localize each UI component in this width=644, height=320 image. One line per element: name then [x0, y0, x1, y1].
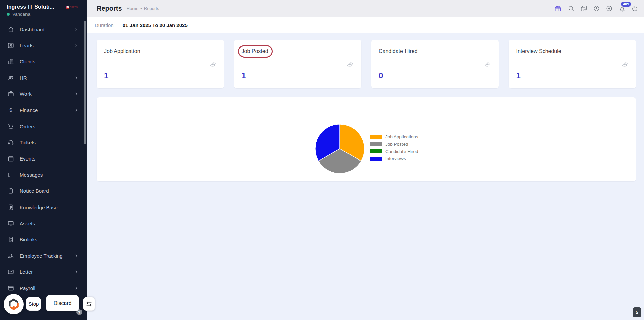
sidebar-item-letter[interactable]: Letter — [0, 264, 87, 280]
breadcrumb: Home • Reports — [127, 6, 159, 11]
stat-card-candidate-hired: Candidate Hired 0 — [371, 40, 499, 88]
users-icon — [7, 74, 14, 81]
page-title: Reports — [97, 5, 122, 12]
logo-text: GRESS — [69, 6, 78, 8]
stat-card-interview-schedule: Interview Schedule 1 — [509, 40, 636, 88]
legend-swatch — [370, 149, 382, 153]
sidebar-item-notice-board[interactable]: Notice Board — [0, 183, 87, 199]
stat-value: 1 — [104, 71, 108, 80]
stat-value: 0 — [379, 71, 383, 80]
legend-item-job-applications: Job Applications — [370, 133, 418, 141]
envelope-icon — [7, 268, 14, 275]
legend-swatch — [370, 135, 382, 139]
duration-value[interactable]: 01 Jan 2025 To 20 Jan 2025 — [123, 22, 188, 28]
hexagon-logo-icon — [8, 298, 20, 310]
stat-value: 1 — [241, 71, 246, 80]
pie-chart — [314, 123, 366, 175]
cart-icon — [7, 123, 14, 130]
chat-icon — [7, 171, 14, 178]
bell-icon[interactable]: 409 — [618, 5, 626, 12]
sidebar-scrollbar[interactable] — [84, 21, 86, 144]
notification-count-badge: 409 — [621, 2, 631, 7]
document-icon — [7, 204, 14, 211]
sidebar-item-payroll[interactable]: Payroll — [0, 280, 87, 296]
sidebar-item-knowledge-base[interactable]: Knowledge Base — [0, 199, 87, 215]
monitor-icon — [7, 220, 14, 227]
sidebar-item-leads[interactable]: Leads — [0, 37, 87, 53]
filter-divider — [194, 18, 194, 32]
sidebar: Ingress IT Soluti... Vandana IN GRESS Da… — [0, 0, 87, 320]
chevron-right-icon — [74, 254, 78, 258]
coins-icon — [484, 60, 491, 68]
coins-icon — [209, 60, 217, 68]
search-icon[interactable] — [567, 5, 575, 12]
chevron-right-icon — [74, 108, 78, 112]
sidebar-item-tickets[interactable]: Tickets — [0, 134, 87, 150]
clock-icon[interactable] — [593, 5, 600, 12]
ingress-logo: IN GRESS — [66, 6, 78, 9]
content: Job Application 1 Job Posted 1 Candidate… — [87, 33, 644, 181]
id-card-icon — [7, 236, 14, 243]
sidebar-item-hr[interactable]: HR — [0, 70, 87, 86]
notes-icon[interactable] — [580, 5, 588, 12]
chevron-right-icon — [74, 286, 78, 290]
sidebar-item-dashboard[interactable]: Dashboard — [0, 21, 87, 37]
stop-button[interactable]: Stop — [26, 297, 41, 311]
gift-icon[interactable] — [554, 5, 562, 12]
wallet-icon — [7, 285, 14, 292]
workspace-name: Ingress IT Soluti... — [7, 4, 64, 10]
sidebar-item-finance[interactable]: $ Finance — [0, 102, 87, 118]
legend-swatch — [370, 157, 382, 161]
plus-circle-icon[interactable] — [605, 5, 613, 12]
swap-arrows-icon — [85, 300, 93, 308]
breadcrumb-separator: • — [140, 6, 142, 11]
current-user-name: Vandana — [12, 12, 30, 17]
home-icon — [7, 26, 14, 33]
workspace-header: Ingress IT Soluti... Vandana IN GRESS — [0, 0, 87, 19]
stat-title: Job Application — [104, 48, 140, 54]
main-area: Reports Home • Reports 409 Duration 01 J… — [87, 0, 644, 181]
svg-text:$: $ — [9, 107, 12, 113]
recorder-logo[interactable] — [4, 294, 24, 314]
stat-card-job-application: Job Application 1 — [97, 40, 224, 88]
chevron-right-icon — [74, 92, 78, 96]
legend-item-interviews: Interviews — [370, 155, 418, 163]
clipboard-icon — [7, 187, 14, 194]
sidebar-nav: Dashboard Leads Clients HR Work $ — [0, 21, 87, 296]
sidebar-item-clients[interactable]: Clients — [0, 53, 87, 70]
building-icon — [7, 58, 14, 65]
duration-filter-bar: Duration 01 Jan 2025 To 20 Jan 2025 — [87, 17, 644, 33]
sidebar-item-events[interactable]: Events — [0, 151, 87, 167]
recruitment-pie-chart-card: Job Applications Job Posted Candidate Hi… — [97, 97, 636, 181]
sidebar-item-work[interactable]: Work — [0, 86, 87, 102]
sidebar-item-biolinks[interactable]: Biolinks — [0, 231, 87, 247]
page-number-badge: 5 — [633, 307, 641, 317]
sidebar-item-assets[interactable]: Assets — [0, 215, 87, 231]
coins-icon — [346, 60, 354, 68]
sidebar-item-employee-tracking[interactable]: Employee Tracking — [0, 248, 87, 264]
stat-cards-row: Job Application 1 Job Posted 1 Candidate… — [97, 40, 636, 88]
breadcrumb-home[interactable]: Home — [127, 6, 139, 11]
topbar: Reports Home • Reports 409 — [87, 0, 644, 17]
legend-swatch — [370, 142, 382, 146]
online-status-dot — [7, 13, 10, 16]
sidebar-item-messages[interactable]: Messages — [0, 167, 87, 183]
duration-label: Duration — [95, 22, 114, 28]
swap-arrows-button[interactable] — [83, 297, 95, 311]
lead-card-icon — [7, 42, 14, 49]
sidebar-item-orders[interactable]: Orders — [0, 118, 87, 134]
calendar-icon — [7, 155, 14, 162]
briefcase-icon — [7, 90, 14, 97]
chevron-right-icon — [74, 27, 78, 32]
stat-title: Interview Schedule — [516, 48, 561, 54]
scooter-icon — [7, 252, 14, 259]
power-icon[interactable] — [631, 5, 639, 12]
chevron-right-icon — [74, 43, 78, 48]
stat-title: Candidate Hired — [379, 48, 418, 54]
logo-in-badge: IN — [66, 6, 69, 9]
legend-item-candidate-hired: Candidate Hired — [370, 148, 418, 155]
chevron-right-icon — [74, 270, 78, 274]
stat-title: Job Posted — [241, 48, 268, 54]
discard-button[interactable]: Discard — [46, 295, 79, 311]
stat-card-job-posted: Job Posted 1 — [234, 40, 362, 88]
